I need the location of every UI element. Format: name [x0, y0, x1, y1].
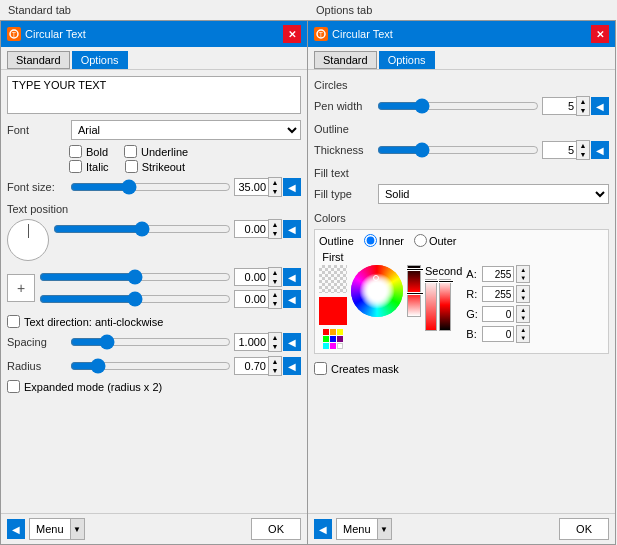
gradient-handle-mid[interactable]	[406, 292, 424, 295]
right-ok-button[interactable]: OK	[559, 518, 609, 540]
gradient-handle-top[interactable]	[406, 268, 424, 271]
second-col-label: Second	[425, 265, 462, 277]
red-swatch[interactable]	[319, 297, 347, 325]
bold-checkbox[interactable]	[69, 145, 82, 158]
outer-radio[interactable]	[414, 234, 427, 247]
r-label: R:	[466, 288, 480, 300]
thickness-slider[interactable]	[377, 142, 539, 158]
clock-widget[interactable]	[7, 219, 49, 261]
second-slider-2[interactable]	[439, 279, 451, 331]
expanded-mode-checkbox[interactable]	[7, 380, 20, 393]
spacing-up[interactable]: ▲	[269, 333, 281, 342]
right-menu-label[interactable]: Menu	[337, 519, 377, 539]
spacing-slider[interactable]	[70, 334, 231, 350]
italic-checkbox[interactable]	[69, 160, 82, 173]
cross-widget[interactable]: +	[7, 274, 35, 302]
spacing-arrow[interactable]: ◀	[283, 333, 301, 351]
position-up[interactable]: ▲	[269, 220, 281, 229]
radius-input[interactable]	[234, 357, 268, 375]
underline-checkbox[interactable]	[124, 145, 137, 158]
b-down[interactable]: ▼	[517, 334, 529, 342]
g-down[interactable]: ▼	[517, 314, 529, 322]
pen-width-slider[interactable]	[377, 98, 539, 114]
a-down[interactable]: ▼	[517, 274, 529, 282]
g-up[interactable]: ▲	[517, 306, 529, 314]
b-input[interactable]	[482, 326, 514, 342]
second-slider-1[interactable]	[425, 279, 437, 331]
thickness-input[interactable]	[542, 141, 576, 159]
x-down[interactable]: ▼	[269, 277, 281, 286]
thickness-arrow[interactable]: ◀	[591, 141, 609, 159]
radius-slider[interactable]	[70, 358, 231, 374]
creates-mask-checkbox[interactable]	[314, 362, 327, 375]
y-up[interactable]: ▲	[269, 290, 281, 299]
left-menu-button[interactable]: Menu ▼	[29, 518, 85, 540]
right-title-icon: T	[314, 27, 328, 41]
palette-icon[interactable]	[323, 329, 343, 349]
pen-width-arrow[interactable]: ◀	[591, 97, 609, 115]
inner-radio[interactable]	[364, 234, 377, 247]
text-input[interactable]	[7, 76, 301, 114]
radius-arrow[interactable]: ◀	[283, 357, 301, 375]
right-menu-dropdown[interactable]: ▼	[377, 519, 391, 539]
radius-up[interactable]: ▲	[269, 357, 281, 366]
r-input[interactable]	[482, 286, 514, 302]
position-arrow[interactable]: ◀	[283, 220, 301, 238]
position-slider[interactable]	[53, 221, 231, 237]
position-input[interactable]	[234, 220, 268, 238]
color-gradient-bar[interactable]	[407, 265, 421, 317]
x-arrow[interactable]: ◀	[283, 268, 301, 286]
underline-checkbox-row: Underline	[124, 145, 188, 158]
strikeout-checkbox[interactable]	[125, 160, 138, 173]
text-direction-checkbox[interactable]	[7, 315, 20, 328]
font-size-up[interactable]: ▲	[269, 178, 281, 187]
right-footer-arrow[interactable]: ◀	[314, 519, 332, 539]
pen-width-input[interactable]	[542, 97, 576, 115]
font-size-input[interactable]	[234, 178, 268, 196]
left-menu-dropdown[interactable]: ▼	[70, 519, 84, 539]
pen-width-up[interactable]: ▲	[577, 97, 589, 106]
standard-tab-label: Standard tab	[8, 4, 316, 16]
right-tab-standard[interactable]: Standard	[314, 51, 377, 69]
y-slider[interactable]	[39, 291, 231, 307]
spacing-down[interactable]: ▼	[269, 342, 281, 351]
circles-section-title: Circles	[314, 79, 609, 91]
x-input[interactable]	[234, 268, 268, 286]
position-down[interactable]: ▼	[269, 229, 281, 238]
b-up[interactable]: ▲	[517, 326, 529, 334]
pen-width-down[interactable]: ▼	[577, 106, 589, 115]
x-up[interactable]: ▲	[269, 268, 281, 277]
spacing-input[interactable]	[234, 333, 268, 351]
a-up[interactable]: ▲	[517, 266, 529, 274]
font-select[interactable]: Arial	[71, 120, 301, 140]
left-tab-standard[interactable]: Standard	[7, 51, 70, 69]
fill-type-select[interactable]: Solid Gradient None	[378, 184, 609, 204]
y-down[interactable]: ▼	[269, 299, 281, 308]
right-menu-button[interactable]: Menu ▼	[336, 518, 392, 540]
g-input[interactable]	[482, 306, 514, 322]
right-tab-options[interactable]: Options	[379, 51, 435, 69]
font-size-slider[interactable]	[70, 179, 231, 195]
left-close-button[interactable]: ✕	[283, 25, 301, 43]
y-input[interactable]	[234, 290, 268, 308]
r-down[interactable]: ▼	[517, 294, 529, 302]
left-menu-label[interactable]: Menu	[30, 519, 70, 539]
bold-checkbox-row: Bold	[69, 145, 108, 158]
left-footer-arrow[interactable]: ◀	[7, 519, 25, 539]
y-arrow[interactable]: ◀	[283, 290, 301, 308]
color-tab-outer[interactable]: Outer	[414, 234, 457, 247]
left-tab-options[interactable]: Options	[72, 51, 128, 69]
x-slider[interactable]	[39, 269, 231, 285]
left-ok-button[interactable]: OK	[251, 518, 301, 540]
font-size-arrow[interactable]: ◀	[283, 178, 301, 196]
thickness-up[interactable]: ▲	[577, 141, 589, 150]
r-up[interactable]: ▲	[517, 286, 529, 294]
a-input[interactable]	[482, 266, 514, 282]
color-tab-outline[interactable]: Outline	[319, 235, 354, 247]
right-close-button[interactable]: ✕	[591, 25, 609, 43]
font-size-down[interactable]: ▼	[269, 187, 281, 196]
color-tab-inner[interactable]: Inner	[364, 234, 404, 247]
thickness-down[interactable]: ▼	[577, 150, 589, 159]
radius-down[interactable]: ▼	[269, 366, 281, 375]
color-wheel[interactable]	[351, 265, 403, 317]
